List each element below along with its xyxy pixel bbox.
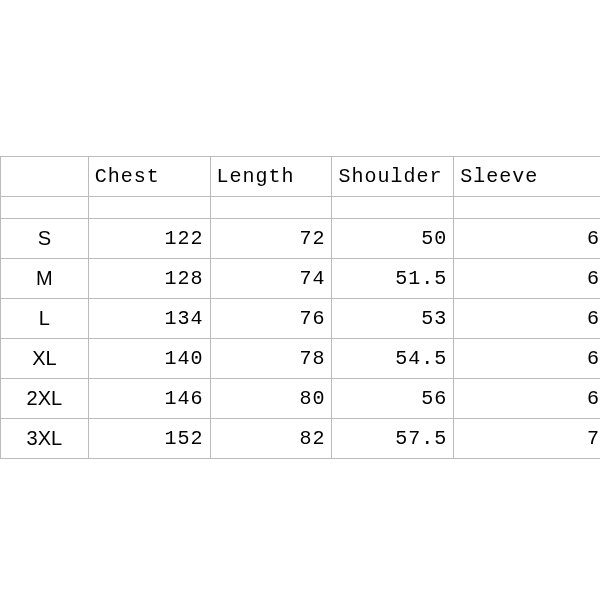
header-length: Length xyxy=(210,157,332,197)
size-label: 3XL xyxy=(1,419,89,459)
size-label: 2XL xyxy=(1,379,89,419)
spacer-row xyxy=(1,197,601,219)
table-row: L 134 76 53 67 xyxy=(1,299,601,339)
cell-length: 78 xyxy=(210,339,332,379)
header-chest: Chest xyxy=(88,157,210,197)
cell-chest: 146 xyxy=(88,379,210,419)
cell-length: 80 xyxy=(210,379,332,419)
cell-sleeve: 67 xyxy=(454,299,600,339)
size-label: XL xyxy=(1,339,89,379)
cell-chest: 140 xyxy=(88,339,210,379)
cell-shoulder: 54.5 xyxy=(332,339,454,379)
size-label: S xyxy=(1,219,89,259)
cell-sleeve: 65 xyxy=(454,219,600,259)
size-label: M xyxy=(1,259,89,299)
cell-shoulder: 50 xyxy=(332,219,454,259)
cell-shoulder: 53 xyxy=(332,299,454,339)
table-row: S 122 72 50 65 xyxy=(1,219,601,259)
table-row: 2XL 146 80 56 69 xyxy=(1,379,601,419)
cell-chest: 152 xyxy=(88,419,210,459)
cell-chest: 134 xyxy=(88,299,210,339)
header-row: Chest Length Shoulder Sleeve xyxy=(1,157,601,197)
header-shoulder: Shoulder xyxy=(332,157,454,197)
cell-chest: 128 xyxy=(88,259,210,299)
cell-sleeve: 68 xyxy=(454,339,600,379)
table-row: M 128 74 51.5 66 xyxy=(1,259,601,299)
cell-length: 74 xyxy=(210,259,332,299)
size-label: L xyxy=(1,299,89,339)
cell-length: 72 xyxy=(210,219,332,259)
cell-shoulder: 51.5 xyxy=(332,259,454,299)
cell-length: 82 xyxy=(210,419,332,459)
cell-sleeve: 69 xyxy=(454,379,600,419)
cell-length: 76 xyxy=(210,299,332,339)
table-row: 3XL 152 82 57.5 70 xyxy=(1,419,601,459)
cell-sleeve: 70 xyxy=(454,419,600,459)
cell-shoulder: 57.5 xyxy=(332,419,454,459)
cell-sleeve: 66 xyxy=(454,259,600,299)
cell-shoulder: 56 xyxy=(332,379,454,419)
cell-chest: 122 xyxy=(88,219,210,259)
header-sleeve: Sleeve xyxy=(454,157,600,197)
table-row: XL 140 78 54.5 68 xyxy=(1,339,601,379)
header-blank xyxy=(1,157,89,197)
size-chart-table: Chest Length Shoulder Sleeve S 122 72 50… xyxy=(0,156,600,459)
